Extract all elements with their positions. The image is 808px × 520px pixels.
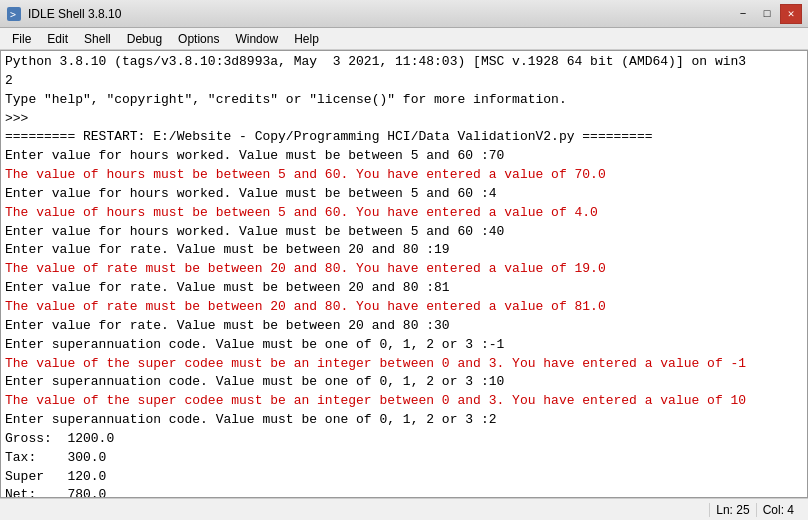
shell-line: ========= RESTART: E:/Website - Copy/Pro… (5, 129, 653, 144)
menu-item-debug[interactable]: Debug (119, 30, 170, 48)
shell-line: Enter value for rate. Value must be betw… (5, 280, 450, 295)
minimize-button[interactable]: − (732, 4, 754, 24)
menu-item-file[interactable]: File (4, 30, 39, 48)
close-button[interactable]: ✕ (780, 4, 802, 24)
shell-line: The value of the super codee must be an … (5, 356, 746, 371)
window-controls: − □ ✕ (732, 4, 802, 24)
shell-line: The value of the super codee must be an … (5, 393, 746, 408)
shell-line: Enter value for hours worked. Value must… (5, 148, 504, 163)
svg-text:>: > (10, 9, 16, 20)
shell-line: The value of hours must be between 5 and… (5, 167, 606, 182)
shell-line: Gross: 1200.0 (5, 431, 114, 446)
shell-line: Enter value for hours worked. Value must… (5, 224, 504, 239)
shell-line: Enter value for hours worked. Value must… (5, 186, 496, 201)
shell-line: Enter value for rate. Value must be betw… (5, 318, 450, 333)
shell-line: Enter value for rate. Value must be betw… (5, 242, 450, 257)
menu-item-help[interactable]: Help (286, 30, 327, 48)
line-number: Ln: 25 (709, 503, 755, 517)
shell-line: >>> (5, 111, 36, 126)
shell-line: Enter superannuation code. Value must be… (5, 412, 496, 427)
shell-line: 2 (5, 73, 13, 88)
shell-line: Type "help", "copyright", "credits" or "… (5, 92, 567, 107)
shell-output[interactable]: Python 3.8.10 (tags/v3.8.10:3d8993a, May… (0, 50, 808, 498)
shell-line: The value of hours must be between 5 and… (5, 205, 598, 220)
menu-item-options[interactable]: Options (170, 30, 227, 48)
shell-line: Enter superannuation code. Value must be… (5, 337, 504, 352)
shell-line: Enter superannuation code. Value must be… (5, 374, 504, 389)
col-number: Col: 4 (756, 503, 800, 517)
menubar: FileEditShellDebugOptionsWindowHelp (0, 28, 808, 50)
menu-item-edit[interactable]: Edit (39, 30, 76, 48)
menu-item-window[interactable]: Window (227, 30, 286, 48)
shell-line: Python 3.8.10 (tags/v3.8.10:3d8993a, May… (5, 54, 746, 69)
shell-line: Net: 780.0 (5, 487, 106, 498)
statusbar: Ln: 25 Col: 4 (0, 498, 808, 520)
shell-line: The value of rate must be between 20 and… (5, 261, 606, 276)
window-title: IDLE Shell 3.8.10 (28, 7, 732, 21)
shell-line: The value of rate must be between 20 and… (5, 299, 606, 314)
shell-line: Tax: 300.0 (5, 450, 106, 465)
shell-line: Super 120.0 (5, 469, 106, 484)
menu-item-shell[interactable]: Shell (76, 30, 119, 48)
titlebar: > IDLE Shell 3.8.10 − □ ✕ (0, 0, 808, 28)
app-icon: > (6, 6, 22, 22)
maximize-button[interactable]: □ (756, 4, 778, 24)
